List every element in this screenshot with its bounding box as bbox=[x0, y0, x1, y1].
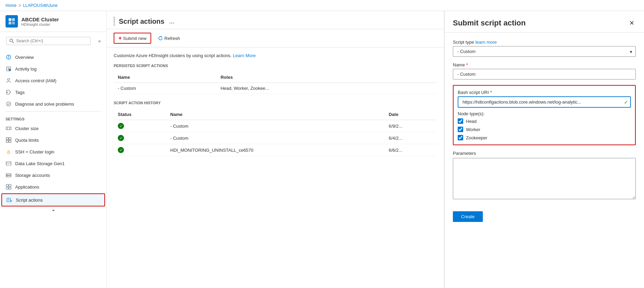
history-row-0-date: 6/9/2... bbox=[385, 120, 437, 132]
parameters-group: Parameters bbox=[453, 151, 636, 200]
panel-header: Submit script action ✕ bbox=[445, 11, 644, 33]
breadcrumb-sep: > bbox=[19, 3, 21, 8]
script-type-select[interactable]: - Custom bbox=[453, 46, 636, 57]
parameters-textarea[interactable] bbox=[453, 158, 636, 199]
table-row[interactable]: ✓ - Custom 6/4/2... bbox=[114, 132, 437, 144]
svg-rect-1 bbox=[12, 18, 15, 21]
svg-line-5 bbox=[12, 42, 14, 43]
col-header-roles: Roles bbox=[216, 72, 437, 83]
refresh-button[interactable]: Refresh bbox=[154, 34, 184, 43]
persisted-row-name: - Custom bbox=[114, 83, 216, 94]
sidebar-item-label-storage: Storage accounts bbox=[15, 173, 50, 178]
collapse-sidebar-button[interactable]: « bbox=[95, 37, 104, 45]
plus-icon: + bbox=[118, 35, 122, 41]
submit-new-button[interactable]: + Submit new bbox=[114, 33, 151, 44]
bash-uri-input[interactable] bbox=[458, 96, 631, 108]
sidebar-scroll-down bbox=[0, 207, 106, 214]
apps-icon bbox=[6, 184, 12, 190]
required-indicator-uri: * bbox=[490, 90, 492, 95]
cluster-name: ABCDE Cluster bbox=[21, 17, 59, 22]
sidebar-item-overview[interactable]: Overview bbox=[0, 51, 106, 63]
sidebar-item-diagnose[interactable]: Diagnose and solve problems bbox=[0, 98, 106, 110]
more-options-button[interactable]: ... bbox=[167, 17, 176, 26]
description: Customize Azure HDInsight clusters by us… bbox=[114, 53, 437, 58]
search-box[interactable] bbox=[6, 37, 91, 45]
sidebar-item-label-iam: Access control (IAM) bbox=[15, 78, 56, 83]
sidebar-item-ssh[interactable]: SSH + Cluster login bbox=[0, 146, 106, 158]
sidebar-item-activity-log[interactable]: ! Activity log bbox=[0, 63, 106, 75]
diagnose-icon bbox=[6, 101, 12, 107]
uri-valid-icon: ✓ bbox=[624, 99, 628, 105]
svg-rect-22 bbox=[6, 140, 8, 142]
bash-uri-input-wrapper: ✓ bbox=[458, 96, 631, 108]
search-input[interactable] bbox=[16, 39, 87, 43]
table-row[interactable]: ✓ HDI_MONITORING_UNINSTALL_ce6570 6/6/2.… bbox=[114, 144, 437, 156]
submit-new-label: Submit new bbox=[123, 36, 146, 41]
svg-point-25 bbox=[8, 152, 9, 153]
sidebar-item-iam[interactable]: Access control (IAM) bbox=[0, 75, 106, 86]
history-row-1-date: 6/4/2... bbox=[385, 132, 437, 144]
checkbox-worker[interactable]: Worker bbox=[458, 127, 631, 132]
sidebar-nav: Overview ! Activity log bbox=[0, 50, 106, 288]
breadcrumb-cluster[interactable]: LLAPClUS4thJune bbox=[23, 3, 58, 8]
status-icon-success: ✓ bbox=[118, 123, 124, 129]
tags-icon bbox=[6, 89, 12, 95]
name-label: Name * bbox=[453, 62, 636, 67]
sidebar-item-label-ssh: SSH + Cluster login bbox=[15, 149, 54, 154]
script-type-select-wrapper: - Custom ▾ bbox=[453, 46, 636, 57]
learn-more-link-panel[interactable]: learn more bbox=[475, 40, 497, 45]
sidebar-item-applications[interactable]: Applications bbox=[0, 181, 106, 193]
svg-rect-17 bbox=[6, 127, 11, 130]
svg-text:!: ! bbox=[9, 69, 10, 71]
checkbox-head[interactable]: Head bbox=[458, 118, 631, 124]
settings-section-label: Settings bbox=[0, 113, 106, 122]
sidebar-item-cluster-size[interactable]: Cluster size bbox=[0, 122, 106, 134]
toolbar: + Submit new Refresh bbox=[107, 29, 444, 47]
sidebar-item-label-datalake: Data Lake Storage Gen1 bbox=[15, 161, 65, 166]
sidebar-item-label-overview: Overview bbox=[15, 55, 34, 60]
head-checkbox[interactable] bbox=[458, 118, 463, 124]
checkbox-zookeeper[interactable]: Zookeeper bbox=[458, 135, 631, 140]
sidebar-item-script-actions[interactable]: Script actions bbox=[1, 193, 105, 206]
sidebar-item-quota[interactable]: Quota limits bbox=[0, 134, 106, 146]
sidebar-item-storage[interactable]: Storage accounts bbox=[0, 169, 106, 181]
iam-icon bbox=[6, 77, 12, 84]
breadcrumb-home[interactable]: Home bbox=[6, 3, 17, 8]
storage-icon bbox=[6, 172, 12, 178]
page-header: Script actions ... bbox=[107, 11, 444, 29]
script-icon bbox=[6, 197, 12, 203]
cluster-icon bbox=[6, 15, 18, 28]
panel-title: Submit script action bbox=[453, 19, 526, 28]
search-icon bbox=[9, 39, 14, 43]
sidebar-item-datalake[interactable]: Data Lake Storage Gen1 bbox=[0, 158, 106, 169]
main-content: Script actions ... + Submit new Refresh … bbox=[107, 11, 444, 288]
script-type-group: Script type learn more - Custom ▾ bbox=[453, 40, 636, 57]
create-button[interactable]: Create bbox=[453, 211, 483, 222]
learn-more-link[interactable]: Learn More bbox=[233, 53, 256, 58]
overview-icon bbox=[6, 54, 12, 60]
zookeeper-checkbox[interactable] bbox=[458, 135, 463, 140]
sidebar-item-label-script-actions: Script actions bbox=[16, 198, 43, 203]
close-panel-button[interactable]: ✕ bbox=[628, 18, 636, 28]
table-row[interactable]: ✓ - Custom 6/9/2... bbox=[114, 120, 437, 132]
svg-point-15 bbox=[7, 92, 8, 93]
svg-rect-35 bbox=[9, 187, 11, 189]
datalake-icon bbox=[6, 160, 12, 167]
svg-rect-26 bbox=[6, 162, 11, 165]
svg-point-8 bbox=[8, 58, 9, 58]
name-input[interactable] bbox=[453, 69, 636, 79]
history-table-container: Status Name Date ✓ - Custom 6/9/2... bbox=[114, 109, 437, 156]
cluster-type: HDInsight cluster bbox=[21, 22, 59, 26]
sidebar: ABCDE Cluster HDInsight cluster « bbox=[0, 11, 107, 288]
ssh-icon bbox=[6, 149, 12, 155]
status-icon-success: ✓ bbox=[118, 147, 124, 153]
sidebar-item-tags[interactable]: Tags bbox=[0, 86, 106, 98]
breadcrumb: Home > LLAPClUS4thJune bbox=[0, 0, 644, 11]
table-row[interactable]: - Custom Head, Worker, Zookee... bbox=[114, 83, 437, 94]
history-section-label: SCRIPT ACTION HISTORY bbox=[114, 101, 437, 106]
worker-checkbox[interactable] bbox=[458, 127, 463, 132]
sidebar-item-label-quota: Quota limits bbox=[15, 138, 39, 143]
history-table: Status Name Date ✓ - Custom 6/9/2... bbox=[114, 109, 437, 156]
refresh-label: Refresh bbox=[164, 36, 180, 41]
required-indicator: * bbox=[466, 62, 468, 67]
